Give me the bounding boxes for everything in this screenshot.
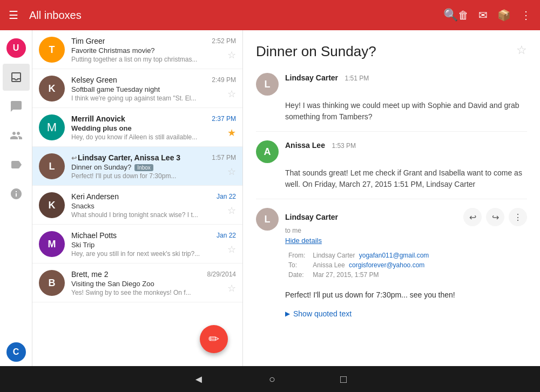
email-content: ↩Lindsay Carter, Anissa Lee 3 1:57 PM Di… [71,153,236,180]
message-card-2: A Anissa Lee 1:53 PM That sounds great! … [256,140,527,199]
home-button[interactable]: ○ [269,373,275,386]
forward-indicator: ↩ [71,154,77,162]
email-subject: Ski Trip [71,241,236,249]
email-time: Jan 22 [217,232,236,239]
sidebar-item-all-inboxes[interactable] [3,64,30,91]
email-star-icon[interactable]: ☆ [227,282,236,294]
email-star-icon[interactable]: ☆ [227,88,236,100]
email-preview: Perfect! I'll put us down for 7:30pm... [71,172,217,180]
message-header-1: L Lindsay Carter 1:51 PM [256,73,527,96]
email-content: Brett, me 2 8/29/2014 Visiting the San D… [71,270,236,296]
hide-details-link[interactable]: Hide details [285,236,527,245]
from-email[interactable]: yogafan011@gmail.com [359,252,429,259]
email-subject: Visiting the San Diego Zoo [71,280,236,288]
email-list-item-2[interactable]: K Kelsey Green 2:49 PM Softball game Tue… [32,69,242,108]
email-header: Kelsey Green 2:49 PM [71,76,236,84]
email-star-icon[interactable]: ☆ [227,166,236,178]
email-avatar: B [39,270,65,296]
email-avatar: M [39,231,65,257]
email-sender: Keri Andersen [71,192,119,201]
email-star-icon[interactable]: ☆ [227,244,236,255]
last-msg-meta: Lindsay Carter ↩ ↪ ⋮ to me [285,208,527,234]
from-name: Lindsay Carter [313,252,355,259]
email-content: Kelsey Green 2:49 PM Softball game Tuesd… [71,76,236,102]
email-list-item-3[interactable]: M Merrill Anovick 2:37 PM Wedding plus o… [32,108,242,147]
email-time: 2:37 PM [212,115,236,123]
sidebar-account-badge[interactable]: C [6,342,26,362]
sidebar-item-chat[interactable] [3,93,30,120]
from-label: From: [286,251,309,260]
archive-icon[interactable]: 📦 [497,9,511,22]
email-header: ↩Lindsay Carter, Anissa Lee 3 1:57 PM [71,153,236,162]
more-options-icon[interactable]: ⋮ [521,9,531,22]
page-title: All inboxes [29,9,443,22]
email-subject: Dinner on Sunday?Inbox [71,163,236,171]
show-quoted-label: Show quoted text [293,309,352,318]
msg-meta-2: Anissa Lee 1:53 PM [285,140,527,150]
email-sender: ↩Lindsay Carter, Anissa Lee 3 [71,153,180,162]
email-preview: What should I bring tonight snack wise? … [71,211,217,219]
to-name: Anissa Lee [313,261,345,269]
last-msg-to: to me [285,227,527,234]
email-fields: From: Lindsay Carter yogafan011@gmail.co… [285,250,527,280]
show-quoted-link[interactable]: ▶ Show quoted text [285,309,527,318]
sidebar-item-labels[interactable] [3,151,30,178]
sidebar-item-contacts[interactable] [3,122,30,149]
mail-icon[interactable]: ✉ [478,9,488,22]
email-list-item-6[interactable]: M Michael Potts Jan 22 Ski Trip Hey, are… [32,225,242,263]
email-list-item-7[interactable]: B Brett, me 2 8/29/2014 Visiting the San… [32,263,242,302]
email-time: 2:49 PM [212,76,236,84]
delete-icon[interactable]: 🗑 [458,9,469,22]
email-avatar: K [39,192,65,218]
last-msg-body: Perfect! I'll put us down for 7:30pm... … [285,289,527,301]
detail-star-icon[interactable]: ☆ [516,43,527,57]
sidebar-user-avatar[interactable]: U [3,35,30,62]
recent-button[interactable]: □ [340,373,347,386]
msg-avatar-lindsay: L [256,73,279,96]
date-value: Mar 27, 2015, 1:57 PM [310,271,431,279]
reply-icon[interactable]: ↩ [463,208,482,226]
date-row: Date: Mar 27, 2015, 1:57 PM [286,271,431,279]
from-row: From: Lindsay Carter yogafan011@gmail.co… [286,251,431,260]
forward-icon[interactable]: ↪ [486,208,504,226]
email-sender: Tim Greer [71,37,105,45]
last-msg-actions: ↩ ↪ ⋮ [463,208,527,226]
email-preview: Yes! Swing by to see the monkeys! On f..… [71,289,217,296]
to-email[interactable]: corgisforever@yahoo.com [349,261,424,269]
email-sender: Michael Potts [71,231,117,240]
email-star-icon[interactable]: ☆ [227,205,236,217]
bottom-nav: ◄ ○ □ [0,366,540,392]
email-content: Michael Potts Jan 22 Ski Trip Hey, are y… [71,231,236,258]
search-icon[interactable]: 🔍 [443,8,458,22]
compose-icon: ✏ [208,332,219,347]
detail-header: Dinner on Sunday? ☆ [256,43,527,60]
sidebar-item-info[interactable] [3,180,30,207]
more-icon[interactable]: ⋮ [509,208,527,226]
back-button[interactable]: ◄ [193,373,204,386]
msg-time-1: 1:51 PM [345,75,369,82]
email-avatar: L [39,153,65,179]
email-avatar: K [39,76,65,102]
msg-sender-1: Lindsay Carter [285,73,338,82]
email-header: Keri Andersen Jan 22 [71,192,236,201]
email-list-item-5[interactable]: K Keri Andersen Jan 22 Snacks What shoul… [32,186,242,225]
email-list-item-1[interactable]: T Tim Greer 2:52 PM Favorite Christmas m… [32,30,242,69]
email-subject: Favorite Christmas movie? [71,46,236,55]
message-card-1: L Lindsay Carter 1:51 PM Hey! I was thin… [256,73,527,132]
msg-avatar-anissa: A [256,140,279,163]
compose-fab[interactable]: ✏ [200,325,228,353]
email-avatar: M [39,114,65,140]
toolbar-icons: 🗑 ✉ 📦 ⋮ [458,9,531,22]
email-sender: Merrill Anovick [71,114,125,123]
email-star-icon[interactable]: ★ [227,127,236,139]
email-star-icon[interactable]: ☆ [227,49,236,61]
email-header: Brett, me 2 8/29/2014 [71,270,236,279]
email-sender: Kelsey Green [71,76,117,84]
email-sender: Brett, me 2 [71,270,108,279]
hamburger-menu[interactable]: ☰ [9,9,18,22]
email-preview: Putting together a list on my top christ… [71,56,217,63]
email-list-item-4[interactable]: L ↩Lindsay Carter, Anissa Lee 3 1:57 PM … [32,147,242,186]
email-subject: Softball game Tuesday night [71,85,236,93]
msg-body-2: That sounds great! Let me check if Grant… [285,167,527,190]
msg-body-1: Hey! I was thinking we could meet up wit… [285,100,527,123]
